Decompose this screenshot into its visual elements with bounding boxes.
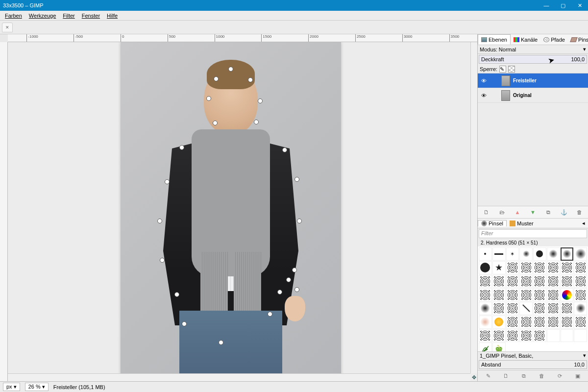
duplicate-brush-button[interactable]: ⧉ <box>520 372 528 380</box>
new-layer-button[interactable]: 🗋 <box>483 208 490 216</box>
menu-fenster[interactable]: Fenster <box>79 12 103 20</box>
brush-swatch[interactable] <box>574 261 587 274</box>
brush-swatch[interactable] <box>479 247 492 261</box>
lock-alpha-button[interactable] <box>508 66 515 73</box>
layer-name[interactable]: Freisteller <box>513 78 537 83</box>
path-node[interactable] <box>294 287 299 292</box>
brush-swatch[interactable] <box>574 275 587 288</box>
brush-swatch[interactable] <box>547 316 560 329</box>
edit-brush-button[interactable]: ✎ <box>484 372 492 380</box>
brush-swatch[interactable] <box>492 288 506 301</box>
path-node[interactable] <box>282 147 287 152</box>
brush-swatch[interactable] <box>479 261 492 274</box>
menu-hilfe[interactable]: Hilfe <box>104 12 121 20</box>
brush-swatch[interactable] <box>479 329 492 343</box>
path-node[interactable] <box>214 76 219 81</box>
brush-swatch[interactable] <box>479 275 492 288</box>
brush-swatch[interactable] <box>519 316 533 329</box>
brush-swatch[interactable] <box>547 288 560 301</box>
brush-swatch[interactable] <box>561 261 574 274</box>
scrollbar-vertical[interactable] <box>470 42 477 373</box>
brush-swatch[interactable] <box>574 288 587 301</box>
tab-brusheditor[interactable]: Pinseleditor <box>568 34 588 45</box>
brush-swatch[interactable] <box>492 316 506 329</box>
close-button[interactable]: ✕ <box>571 0 588 11</box>
menu-filter[interactable]: Filter <box>60 12 77 20</box>
brush-swatch[interactable] <box>519 247 533 261</box>
brush-swatch[interactable] <box>506 329 519 343</box>
close-tab-icon[interactable]: ✕ <box>5 25 9 30</box>
brush-swatch[interactable] <box>561 316 574 329</box>
brush-swatch[interactable] <box>561 329 574 343</box>
chevron-down-icon[interactable]: ▾ <box>583 352 586 359</box>
lower-layer-button[interactable]: ▼ <box>529 208 537 216</box>
brush-swatch[interactable]: 🫑 <box>492 343 506 351</box>
brush-swatch[interactable] <box>492 302 506 315</box>
visibility-icon[interactable]: 👁 <box>480 78 488 84</box>
new-group-button[interactable]: 🗁 <box>498 208 506 216</box>
brush-swatch[interactable] <box>506 288 519 301</box>
brush-swatch[interactable]: 🌶 <box>479 343 492 351</box>
brush-swatch[interactable] <box>533 316 546 329</box>
brush-swatch[interactable] <box>547 302 560 315</box>
path-node[interactable] <box>297 219 302 223</box>
path-node[interactable] <box>248 77 253 82</box>
scrollbar-horizontal[interactable] <box>8 373 470 381</box>
lock-pixels-button[interactable]: ✎ <box>499 66 506 73</box>
brush-swatch[interactable] <box>479 288 492 301</box>
brush-swatch[interactable] <box>519 288 533 301</box>
path-node[interactable] <box>213 121 218 125</box>
document-tab[interactable]: ✕ <box>2 23 13 32</box>
tab-layers[interactable]: Ebenen <box>478 34 511 45</box>
path-node[interactable] <box>165 179 170 184</box>
path-node[interactable] <box>174 292 179 297</box>
brush-swatch[interactable] <box>533 288 546 301</box>
brush-swatch[interactable]: ★ <box>492 261 506 274</box>
brush-swatch[interactable] <box>492 247 506 261</box>
menu-werkzeuge[interactable]: Werkzeuge <box>26 12 59 20</box>
brush-swatch[interactable] <box>561 302 574 315</box>
brush-swatch[interactable]: ✶ <box>506 247 519 261</box>
path-node[interactable] <box>258 98 263 103</box>
brush-swatch[interactable] <box>574 316 587 329</box>
dock-menu-icon[interactable]: ◂ <box>579 220 588 226</box>
brush-swatch[interactable] <box>519 261 533 274</box>
brush-swatch-selected[interactable] <box>561 247 574 261</box>
tab-muster[interactable]: Muster <box>507 220 537 226</box>
brush-swatch[interactable] <box>533 329 546 343</box>
brush-swatch[interactable] <box>547 329 560 343</box>
brush-swatch[interactable] <box>479 302 492 315</box>
maximize-button[interactable]: ▢ <box>555 0 571 11</box>
duplicate-layer-button[interactable]: ⧉ <box>544 208 552 216</box>
new-brush-button[interactable]: 🗋 <box>502 372 510 380</box>
path-node[interactable] <box>219 340 223 345</box>
path-node[interactable] <box>157 219 162 223</box>
layer-row[interactable]: 👁 Original <box>478 88 588 103</box>
path-node[interactable] <box>254 120 259 124</box>
raise-layer-button[interactable]: ▲ <box>514 208 521 216</box>
path-node[interactable] <box>286 277 291 282</box>
brush-swatch[interactable] <box>519 302 533 315</box>
brush-swatch[interactable] <box>519 275 533 288</box>
brush-swatch[interactable] <box>506 275 519 288</box>
path-node[interactable] <box>292 268 297 272</box>
visibility-icon[interactable]: 👁 <box>480 93 488 98</box>
brush-swatch[interactable] <box>574 302 587 315</box>
path-node[interactable] <box>206 96 211 101</box>
brush-swatch[interactable] <box>506 302 519 315</box>
chevron-down-icon[interactable]: ▾ <box>583 46 586 52</box>
brush-swatch[interactable] <box>492 329 506 343</box>
delete-brush-button[interactable]: 🗑 <box>538 372 546 380</box>
image-canvas[interactable] <box>121 42 341 375</box>
path-node[interactable] <box>179 145 184 150</box>
minimize-button[interactable]: — <box>538 0 555 11</box>
path-node[interactable] <box>268 312 272 317</box>
brush-swatch[interactable] <box>547 275 560 288</box>
brush-filter-input[interactable]: Filter <box>479 229 587 238</box>
blend-mode-value[interactable]: Normal <box>499 47 583 52</box>
path-node[interactable] <box>277 290 282 294</box>
brush-swatch[interactable] <box>533 247 546 261</box>
brush-swatch[interactable] <box>492 275 506 288</box>
ruler-vertical[interactable] <box>0 42 8 381</box>
brush-swatch[interactable] <box>479 316 492 329</box>
